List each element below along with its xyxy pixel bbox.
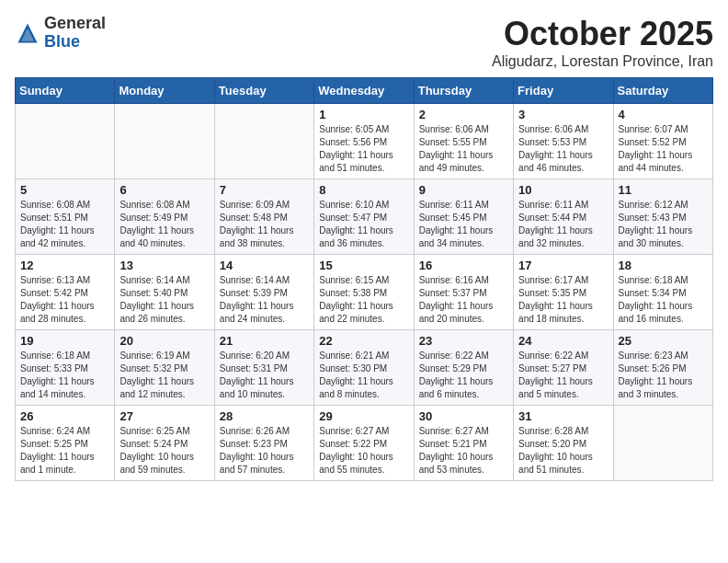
day-number: 5: [20, 183, 109, 197]
day-info: Sunrise: 6:17 AM Sunset: 5:35 PM Dayligh…: [518, 274, 608, 326]
day-number: 1: [319, 108, 408, 121]
day-number: 15: [319, 259, 408, 272]
day-info: Sunrise: 6:05 AM Sunset: 5:56 PM Dayligh…: [319, 123, 408, 175]
calendar-cell: 30Sunrise: 6:27 AM Sunset: 5:21 PM Dayli…: [414, 406, 513, 481]
logo-text: General Blue: [44, 15, 106, 52]
day-info: Sunrise: 6:13 AM Sunset: 5:42 PM Dayligh…: [20, 274, 109, 326]
day-info: Sunrise: 6:18 AM Sunset: 5:33 PM Dayligh…: [20, 350, 109, 401]
page-header: General Blue October 2025 Aligudarz, Lor…: [15, 15, 713, 70]
calendar-cell: 2Sunrise: 6:06 AM Sunset: 5:55 PM Daylig…: [414, 104, 513, 179]
day-number: 25: [619, 334, 708, 348]
calendar-cell: 15Sunrise: 6:15 AM Sunset: 5:38 PM Dayli…: [314, 255, 414, 330]
calendar-cell: 6Sunrise: 6:08 AM Sunset: 5:49 PM Daylig…: [115, 179, 214, 255]
weekday-header-monday: Monday: [115, 78, 214, 104]
day-info: Sunrise: 6:21 AM Sunset: 5:30 PM Dayligh…: [319, 350, 408, 401]
day-info: Sunrise: 6:11 AM Sunset: 5:45 PM Dayligh…: [419, 199, 508, 250]
calendar-cell: 16Sunrise: 6:16 AM Sunset: 5:37 PM Dayli…: [414, 255, 513, 330]
day-info: Sunrise: 6:16 AM Sunset: 5:37 PM Dayligh…: [419, 274, 508, 326]
calendar-cell: 8Sunrise: 6:10 AM Sunset: 5:47 PM Daylig…: [314, 179, 414, 255]
day-number: 7: [220, 183, 309, 197]
day-number: 19: [20, 334, 109, 348]
calendar-cell: 3Sunrise: 6:06 AM Sunset: 5:53 PM Daylig…: [514, 104, 613, 179]
calendar-cell: 19Sunrise: 6:18 AM Sunset: 5:33 PM Dayli…: [16, 330, 115, 406]
weekday-header-sunday: Sunday: [16, 78, 115, 104]
day-info: Sunrise: 6:19 AM Sunset: 5:32 PM Dayligh…: [119, 350, 209, 401]
day-info: Sunrise: 6:23 AM Sunset: 5:26 PM Dayligh…: [619, 350, 708, 401]
calendar-cell: 13Sunrise: 6:14 AM Sunset: 5:40 PM Dayli…: [115, 255, 214, 330]
day-info: Sunrise: 6:14 AM Sunset: 5:40 PM Dayligh…: [119, 274, 209, 326]
day-number: 21: [220, 334, 309, 348]
day-number: 17: [518, 259, 608, 272]
calendar-cell: 9Sunrise: 6:11 AM Sunset: 5:45 PM Daylig…: [414, 179, 513, 255]
day-number: 16: [419, 259, 508, 272]
calendar-cell: 14Sunrise: 6:14 AM Sunset: 5:39 PM Dayli…: [214, 255, 313, 330]
day-info: Sunrise: 6:07 AM Sunset: 5:52 PM Dayligh…: [619, 123, 708, 175]
day-number: 11: [619, 183, 708, 197]
calendar-cell: 31Sunrise: 6:28 AM Sunset: 5:20 PM Dayli…: [514, 406, 613, 481]
day-number: 12: [20, 259, 109, 272]
calendar-cell: [214, 104, 313, 179]
day-info: Sunrise: 6:06 AM Sunset: 5:53 PM Dayligh…: [518, 123, 608, 175]
day-number: 26: [20, 409, 109, 423]
day-info: Sunrise: 6:28 AM Sunset: 5:20 PM Dayligh…: [518, 425, 608, 477]
day-info: Sunrise: 6:12 AM Sunset: 5:43 PM Dayligh…: [619, 199, 708, 250]
calendar-week-3: 12Sunrise: 6:13 AM Sunset: 5:42 PM Dayli…: [16, 255, 713, 330]
day-info: Sunrise: 6:10 AM Sunset: 5:47 PM Dayligh…: [319, 199, 408, 250]
calendar-cell: 27Sunrise: 6:25 AM Sunset: 5:24 PM Dayli…: [115, 406, 214, 481]
title-block: October 2025 Aligudarz, Lorestan Provinc…: [492, 15, 713, 70]
day-number: 8: [319, 183, 408, 197]
weekday-header-wednesday: Wednesday: [314, 78, 414, 104]
day-info: Sunrise: 6:14 AM Sunset: 5:39 PM Dayligh…: [220, 274, 309, 326]
day-number: 20: [119, 334, 209, 348]
day-info: Sunrise: 6:15 AM Sunset: 5:38 PM Dayligh…: [319, 274, 408, 326]
day-number: 9: [419, 183, 508, 197]
calendar-cell: 5Sunrise: 6:08 AM Sunset: 5:51 PM Daylig…: [16, 179, 115, 255]
day-info: Sunrise: 6:08 AM Sunset: 5:51 PM Dayligh…: [20, 199, 109, 250]
calendar-cell: 29Sunrise: 6:27 AM Sunset: 5:22 PM Dayli…: [314, 406, 414, 481]
calendar-cell: [613, 406, 712, 481]
day-number: 24: [518, 334, 608, 348]
calendar-cell: 7Sunrise: 6:09 AM Sunset: 5:48 PM Daylig…: [214, 179, 313, 255]
day-info: Sunrise: 6:25 AM Sunset: 5:24 PM Dayligh…: [119, 425, 209, 477]
day-number: 10: [518, 183, 608, 197]
day-info: Sunrise: 6:08 AM Sunset: 5:49 PM Dayligh…: [119, 199, 209, 250]
day-number: 23: [419, 334, 508, 348]
day-info: Sunrise: 6:18 AM Sunset: 5:34 PM Dayligh…: [619, 274, 708, 326]
day-info: Sunrise: 6:27 AM Sunset: 5:22 PM Dayligh…: [319, 425, 408, 477]
day-info: Sunrise: 6:06 AM Sunset: 5:55 PM Dayligh…: [419, 123, 508, 175]
day-number: 28: [220, 409, 309, 423]
calendar-cell: 18Sunrise: 6:18 AM Sunset: 5:34 PM Dayli…: [613, 255, 712, 330]
calendar-cell: 22Sunrise: 6:21 AM Sunset: 5:30 PM Dayli…: [314, 330, 414, 406]
day-number: 13: [119, 259, 209, 272]
day-number: 18: [619, 259, 708, 272]
calendar-cell: 4Sunrise: 6:07 AM Sunset: 5:52 PM Daylig…: [613, 104, 712, 179]
calendar-week-2: 5Sunrise: 6:08 AM Sunset: 5:51 PM Daylig…: [16, 179, 713, 255]
day-info: Sunrise: 6:11 AM Sunset: 5:44 PM Dayligh…: [518, 199, 608, 250]
calendar-cell: 11Sunrise: 6:12 AM Sunset: 5:43 PM Dayli…: [613, 179, 712, 255]
calendar-cell: 26Sunrise: 6:24 AM Sunset: 5:25 PM Dayli…: [16, 406, 115, 481]
calendar-cell: 28Sunrise: 6:26 AM Sunset: 5:23 PM Dayli…: [214, 406, 313, 481]
day-number: 30: [419, 409, 508, 423]
day-number: 14: [220, 259, 309, 272]
calendar-cell: 21Sunrise: 6:20 AM Sunset: 5:31 PM Dayli…: [214, 330, 313, 406]
day-info: Sunrise: 6:26 AM Sunset: 5:23 PM Dayligh…: [220, 425, 309, 477]
day-number: 31: [518, 409, 608, 423]
weekday-row: SundayMondayTuesdayWednesdayThursdayFrid…: [16, 78, 713, 104]
day-number: 29: [319, 409, 408, 423]
day-info: Sunrise: 6:20 AM Sunset: 5:31 PM Dayligh…: [220, 350, 309, 401]
day-info: Sunrise: 6:22 AM Sunset: 5:29 PM Dayligh…: [419, 350, 508, 401]
location-subtitle: Aligudarz, Lorestan Province, Iran: [492, 53, 713, 70]
calendar-cell: 17Sunrise: 6:17 AM Sunset: 5:35 PM Dayli…: [514, 255, 613, 330]
day-number: 22: [319, 334, 408, 348]
calendar-body: 1Sunrise: 6:05 AM Sunset: 5:56 PM Daylig…: [16, 104, 713, 481]
calendar-cell: [115, 104, 214, 179]
logo: General Blue: [15, 15, 106, 52]
day-info: Sunrise: 6:09 AM Sunset: 5:48 PM Dayligh…: [220, 199, 309, 250]
calendar-cell: 24Sunrise: 6:22 AM Sunset: 5:27 PM Dayli…: [514, 330, 613, 406]
calendar-cell: 10Sunrise: 6:11 AM Sunset: 5:44 PM Dayli…: [514, 179, 613, 255]
day-info: Sunrise: 6:24 AM Sunset: 5:25 PM Dayligh…: [20, 425, 109, 477]
calendar-cell: 1Sunrise: 6:05 AM Sunset: 5:56 PM Daylig…: [314, 104, 414, 179]
calendar-week-1: 1Sunrise: 6:05 AM Sunset: 5:56 PM Daylig…: [16, 104, 713, 179]
calendar-cell: 25Sunrise: 6:23 AM Sunset: 5:26 PM Dayli…: [613, 330, 712, 406]
calendar-header: SundayMondayTuesdayWednesdayThursdayFrid…: [16, 78, 713, 104]
